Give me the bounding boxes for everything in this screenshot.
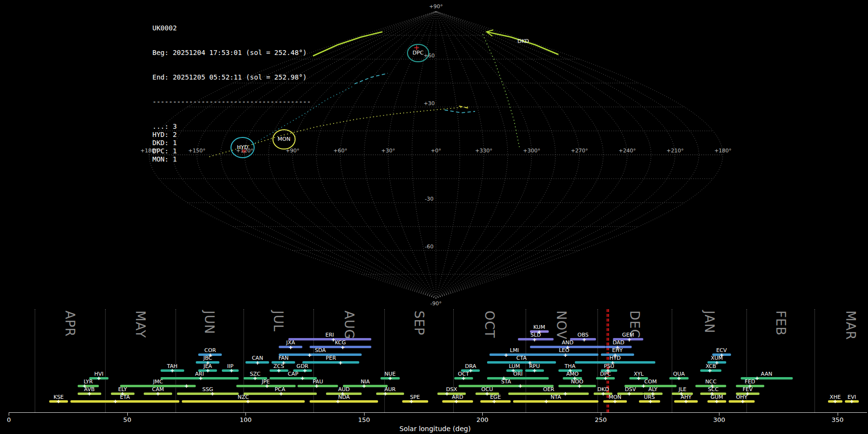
shower-peak-marker: +	[445, 390, 449, 397]
shower-peak-marker: +	[563, 351, 567, 358]
x-axis-tick	[364, 413, 365, 416]
shower-peak-marker: +	[708, 367, 712, 374]
month-label: FEB	[773, 311, 788, 336]
shower-bar	[575, 361, 655, 364]
x-axis-tick-label: 350	[831, 416, 843, 423]
shower-peak-marker: +	[755, 375, 759, 382]
shower-count-line: HYD: 2	[152, 131, 311, 139]
shower-label: JMC	[153, 379, 163, 385]
x-axis-title: Solar longitude (deg)	[399, 425, 471, 433]
shower-bar	[270, 377, 317, 380]
shower-label: STA	[501, 379, 511, 385]
shower-label: CAP	[288, 371, 298, 377]
shower-peak-marker: +	[485, 390, 489, 397]
observation-header: UK0002 Beg: 20251204 17:53:01 (sol = 252…	[152, 8, 311, 172]
shower-bar	[487, 377, 549, 380]
shower-label: COM	[644, 379, 657, 385]
shower-label: AAN	[761, 371, 773, 377]
shower-peak-marker: +	[601, 390, 605, 397]
shower-peak-marker: +	[684, 398, 688, 405]
shower-peak-marker: +	[253, 375, 257, 382]
shower-peak-marker: +	[613, 398, 617, 405]
shower-peak-marker: +	[833, 398, 837, 405]
shower-peak-marker: +	[563, 390, 567, 397]
begin-time: Beg: 20251204 17:53:01 (sol = 252.48°)	[152, 49, 311, 57]
month-label: JAN	[702, 311, 717, 333]
shower-peak-marker: +	[300, 375, 304, 382]
shower-peak-marker: +	[544, 398, 548, 405]
shower-peak-marker: +	[383, 390, 387, 397]
x-axis-tick	[838, 413, 838, 416]
shower-bar	[279, 353, 362, 356]
shower-peak-marker: +	[57, 398, 61, 405]
shower-peak-marker: +	[637, 375, 641, 382]
shower-label: NTA	[551, 394, 561, 400]
shower-peak-marker: +	[362, 382, 366, 390]
month-label: JUL	[271, 311, 285, 332]
shower-bar	[310, 400, 378, 403]
shower-peak-marker: +	[97, 375, 101, 382]
month-label: NOV	[554, 311, 569, 339]
shower-label: CTA	[516, 355, 527, 361]
shower-peak-marker: +	[230, 367, 233, 374]
station-id: UK0002	[152, 24, 311, 32]
shower-bar	[182, 400, 305, 403]
shower-bar	[302, 361, 359, 364]
x-axis-tick	[601, 413, 601, 416]
x-axis-tick-label: 150	[358, 416, 370, 423]
shower-bar	[70, 400, 179, 403]
shower-peak-marker: +	[649, 398, 652, 405]
shower-peak-marker: +	[627, 336, 631, 343]
shower-count-line: ...: 3	[152, 122, 311, 131]
shower-label: SDA	[315, 347, 326, 353]
shower-peak-marker: +	[461, 375, 465, 382]
shower-bar	[177, 393, 239, 395]
shower-label: PER	[326, 355, 336, 361]
shower-peak-marker: +	[339, 359, 342, 366]
month-boundary-line	[672, 309, 672, 412]
x-axis-tick-label: 250	[595, 416, 607, 423]
shower-peak-marker: +	[532, 336, 536, 343]
x-axis-tick-label: 100	[240, 416, 252, 423]
x-axis-tick-label: 0	[7, 416, 11, 423]
x-axis-line	[9, 412, 867, 413]
shower-bar	[513, 400, 598, 403]
month-label: JUN	[202, 311, 217, 334]
shower-peak-marker: +	[341, 343, 345, 351]
shower-peak-marker: +	[308, 351, 312, 358]
shower-count-list: ...: 3HYD: 2DKD: 1DPC: 1MON: 1	[152, 122, 311, 163]
shower-peak-marker: +	[504, 351, 508, 358]
shower-count-line: DPC: 1	[152, 147, 311, 155]
shower-peak-marker: +	[303, 367, 307, 374]
shower-peak-marker: +	[604, 375, 608, 382]
shower-peak-marker: +	[469, 367, 473, 374]
shower-peak-marker: +	[185, 382, 189, 390]
activity-timeline-chart: APRMAYJUNJULAUGSEPOCTNOVDECJANFEBMARKUM+…	[0, 0, 868, 434]
month-label: MAR	[843, 311, 858, 340]
shower-peak-marker: +	[279, 390, 283, 397]
shower-bar	[487, 361, 556, 364]
month-label: OCT	[482, 311, 497, 339]
month-boundary-line	[313, 309, 314, 412]
shower-peak-marker: +	[641, 382, 645, 390]
shower-peak-marker: +	[409, 398, 413, 405]
x-axis-tick	[482, 413, 483, 416]
shower-bar	[402, 400, 428, 403]
shower-peak-marker: +	[265, 382, 269, 390]
shower-peak-marker: +	[741, 398, 745, 405]
shower-bar	[508, 393, 589, 395]
x-axis-tick-label: 300	[713, 416, 725, 423]
shower-peak-marker: +	[206, 367, 210, 374]
shower-peak-marker: +	[850, 398, 854, 405]
shower-peak-marker: +	[277, 367, 281, 374]
shower-peak-marker: +	[256, 359, 259, 366]
shower-count-line: MON: 1	[152, 155, 311, 163]
shower-label: OER	[543, 386, 554, 393]
x-axis-tick-label: 200	[476, 416, 488, 423]
shower-peak-marker: +	[289, 343, 293, 351]
x-axis-tick-label: 50	[123, 416, 132, 423]
shower-peak-marker: +	[315, 382, 319, 390]
shower-peak-marker: +	[492, 398, 496, 405]
shower-bar	[459, 385, 553, 387]
shower-bar	[288, 338, 371, 340]
